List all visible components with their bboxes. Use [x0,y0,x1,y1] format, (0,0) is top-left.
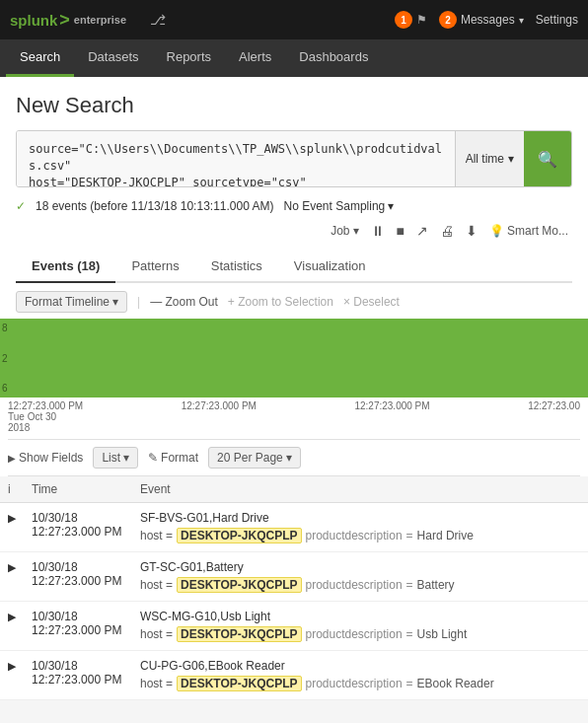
event-field-1: host = DESKTOP-JKQCPLP productdescriptio… [140,528,580,543]
list-button[interactable]: List ▾ [93,447,138,469]
search-input[interactable]: source="C:\\Users\\Documents\\TP_AWS\\sp… [17,131,455,186]
nav-search[interactable]: Search [6,39,74,77]
timeline-label-3: 12:27:23.000 PM [354,400,429,433]
list-dropdown-icon: ▾ [123,451,129,465]
show-fields-chevron: ▶ [8,453,16,464]
expand-arrow-1[interactable]: ▶ [8,512,16,524]
job-bar: Job ▾ ⏸ ■ ↗ 🖨 ⬇ 💡 Smart Mo... [16,219,572,245]
event-cell-4: CU-PG-G06,EBook Reader host = DESKTOP-JK… [132,651,588,700]
row-expand-1[interactable]: ▶ [0,503,24,552]
timeline-label-2: 12:27:23.000 PM [182,400,257,433]
job-button[interactable]: Job ▾ [331,224,358,238]
notification-badge[interactable]: 1 ⚑ [395,11,427,29]
time-cell-2: 10/30/18 12:27:23.000 PM [24,552,132,602]
results-bar: ▶ Show Fields List ▾ ✎ Format 20 Per Pag… [8,440,580,476]
row-expand-2[interactable]: ▶ [0,552,24,602]
search-button[interactable]: 🔍 [524,131,571,186]
table-row: ▶ 10/30/18 12:27:23.000 PM CU-PG-G06,EBo… [0,651,588,700]
show-fields-button[interactable]: ▶ Show Fields [8,451,83,465]
deselect-button[interactable]: × Deselect [343,295,400,309]
per-page-button[interactable]: 20 Per Page ▾ [208,447,301,469]
format-pencil-icon: ✎ [148,451,158,465]
timeline-label-1: 12:27:23.000 PM Tue Oct 30 2018 [8,400,83,433]
check-icon: ✓ [16,199,26,213]
host-highlight-3: DESKTOP-JKQCPLP [177,626,301,642]
tab-visualization[interactable]: Visualization [278,251,382,283]
events-table-wrapper: i Time Event ▶ 10/30/18 12:27:23.000 PM … [0,476,588,700]
format-timeline-button[interactable]: Format Timeline ▾ [16,291,127,313]
host-highlight-1: DESKTOP-JKQCPLP [177,528,301,543]
search-icon-top[interactable]: ⎇ [150,12,166,28]
print-button[interactable]: 🖨 [440,223,454,239]
notification-icon: ⚑ [416,13,427,27]
per-page-dropdown-icon: ▾ [286,451,292,465]
tab-patterns[interactable]: Patterns [115,251,194,283]
row-expand-3[interactable]: ▶ [0,602,24,651]
events-count-text: 18 events (before 11/13/18 10:13:11.000 … [36,199,274,213]
table-row: ▶ 10/30/18 12:27:23.000 PM WSC-MG-G10,Us… [0,602,588,651]
time-picker[interactable]: All time ▾ [455,131,524,186]
zoom-to-selection-button[interactable]: + Zoom to Selection [228,295,333,309]
row-expand-4[interactable]: ▶ [0,651,24,700]
chart-y-label-6: 6 [2,383,8,394]
search-bar: source="C:\\Users\\Documents\\TP_AWS\\sp… [16,130,572,187]
no-event-dropdown-icon: ▾ [388,199,394,213]
share-button[interactable]: ↗ [416,223,428,239]
tabs: Events (18) Patterns Statistics Visualiz… [16,251,572,283]
col-header-event: Event [132,476,588,503]
time-cell-3: 10/30/18 12:27:23.000 PM [24,602,132,651]
status-bar: ✓ 18 events (before 11/13/18 10:13:11.00… [16,195,572,219]
export-button[interactable]: ⬇ [466,223,478,239]
timeline-chart[interactable]: 8 2 6 [0,319,588,398]
stop-button[interactable]: ■ [397,223,404,239]
search-btn-icon: 🔍 [538,150,557,169]
format-timeline-arrow: ▾ [112,295,118,309]
zoom-out-button[interactable]: — Zoom Out [150,295,218,309]
event-field-2: host = DESKTOP-JKQCPLP productdescriptio… [140,577,580,593]
smart-mode-button[interactable]: 💡 Smart Mo... [489,224,568,238]
expand-arrow-3[interactable]: ▶ [8,611,16,622]
nav-reports[interactable]: Reports [153,39,226,77]
logo: splunk>enterprise [10,10,126,31]
event-cell-1: SF-BVS-G01,Hard Drive host = DESKTOP-JKQ… [132,503,588,552]
page-title: New Search [16,93,572,118]
expand-arrow-4[interactable]: ▶ [8,660,16,672]
pause-button[interactable]: ⏸ [371,223,385,239]
messages-button[interactable]: 2 Messages ▾ [439,11,524,29]
table-row: ▶ 10/30/18 12:27:23.000 PM GT-SC-G01,Bat… [0,552,588,602]
timeline-controls: Format Timeline ▾ | — Zoom Out + Zoom to… [16,283,572,319]
chart-y-label-8: 8 [2,323,8,333]
nav-dashboards[interactable]: Dashboards [285,39,382,77]
no-event-sampling-button[interactable]: No Event Sampling ▾ [284,199,395,213]
col-header-time: Time [24,476,132,503]
event-cell-2: GT-SC-G01,Battery host = DESKTOP-JKQCPLP… [132,552,588,602]
timeline-axis-wrapper: 12:27:23.000 PM Tue Oct 30 2018 12:27:23… [0,398,588,440]
event-title-2: GT-SC-G01,Battery [140,560,580,574]
col-header-expand: i [0,476,24,503]
job-dropdown-icon: ▾ [353,224,359,238]
tab-events[interactable]: Events (18) [16,251,115,283]
smart-mode-icon: 💡 [489,224,504,238]
time-cell-4: 10/30/18 12:27:23.000 PM [24,651,132,700]
events-table: i Time Event ▶ 10/30/18 12:27:23.000 PM … [0,476,588,700]
expand-arrow-2[interactable]: ▶ [8,561,16,573]
event-field-4: host = DESKTOP-JKQCPLP productdescriptio… [140,676,580,691]
format-button[interactable]: ✎ Format [148,451,198,465]
settings-button[interactable]: Settings [536,13,578,27]
chart-y-label-2: 2 [2,353,8,364]
time-cell-1: 10/30/18 12:27:23.000 PM [24,503,132,552]
event-title-1: SF-BVS-G01,Hard Drive [140,511,580,525]
host-highlight-4: DESKTOP-JKQCPLP [177,676,301,691]
timeline-axis: 12:27:23.000 PM Tue Oct 30 2018 12:27:23… [8,398,580,440]
timeline-label-4: 12:27:23.00 [528,400,580,433]
event-title-4: CU-PG-G06,EBook Reader [140,659,580,673]
nav-bar: Search Datasets Reports Alerts Dashboard… [0,39,588,77]
table-row: ▶ 10/30/18 12:27:23.000 PM SF-BVS-G01,Ha… [0,503,588,552]
event-cell-3: WSC-MG-G10,Usb Light host = DESKTOP-JKQC… [132,602,588,651]
chart-y-labels: 8 2 6 [0,319,10,398]
tab-statistics[interactable]: Statistics [195,251,278,283]
nav-datasets[interactable]: Datasets [74,39,152,77]
top-bar: splunk>enterprise ⎇ 1 ⚑ 2 Messages ▾ Set… [0,0,588,39]
nav-alerts[interactable]: Alerts [225,39,285,77]
event-field-3: host = DESKTOP-JKQCPLP productdescriptio… [140,626,580,642]
